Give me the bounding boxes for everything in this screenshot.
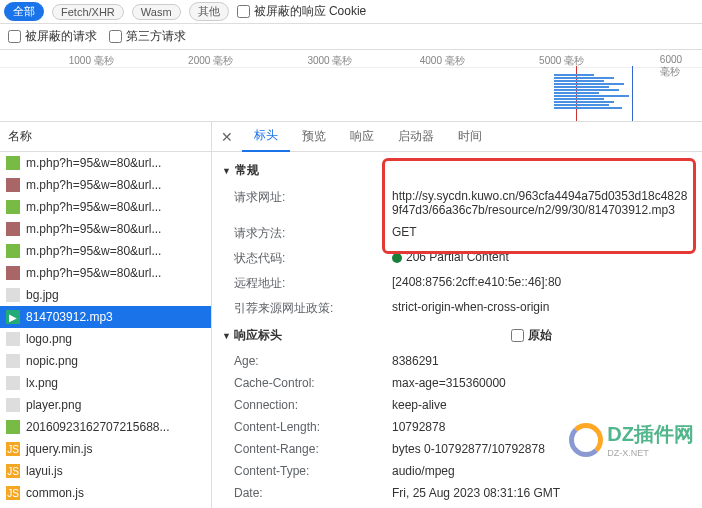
request-row[interactable]: m.php?h=95&w=80&url...: [0, 262, 211, 284]
kv-key: 状态代码:: [212, 250, 392, 267]
kv-key: Age:: [212, 354, 392, 368]
request-name: logo.png: [26, 332, 72, 346]
request-name: player.png: [26, 398, 81, 412]
request-list[interactable]: m.php?h=95&w=80&url...m.php?h=95&w=80&ur…: [0, 152, 211, 508]
request-name: m.php?h=95&w=80&url...: [26, 156, 161, 170]
filter-chip[interactable]: 全部: [4, 2, 44, 21]
kv-key: 引荐来源网址政策:: [212, 300, 392, 317]
request-name: m.php?h=95&w=80&url...: [26, 266, 161, 280]
third-party-checkbox[interactable]: 第三方请求: [109, 28, 186, 45]
img-icon: [6, 200, 20, 214]
timeline-tick: 2000 毫秒: [188, 54, 233, 68]
kv-row: Content-Length:10792878: [212, 416, 702, 438]
kv-key: Cache-Control:: [212, 376, 392, 390]
kv-row: Content-Type:audio/mpeg: [212, 460, 702, 482]
filter-checkboxes: 被屏蔽的请求 第三方请求: [0, 24, 702, 50]
kv-key: 请求方法:: [212, 225, 392, 242]
js-icon: JS: [6, 486, 20, 500]
request-name: nopic.png: [26, 354, 78, 368]
kv-value: Fri, 25 Aug 2023 08:31:16 GMT: [392, 486, 702, 500]
kv-row: 状态代码:206 Partial Content: [212, 246, 702, 271]
kv-value: audio/mpeg: [392, 464, 702, 478]
timeline-overview[interactable]: 1000 毫秒 2000 毫秒 3000 毫秒 4000 毫秒 5000 毫秒 …: [0, 50, 702, 122]
generic-icon: [6, 354, 20, 368]
request-row[interactable]: m.php?h=95&w=80&url...: [0, 218, 211, 240]
request-row[interactable]: bg.jpg: [0, 284, 211, 306]
tab-initiator[interactable]: 启动器: [386, 122, 446, 151]
filter-chip[interactable]: Wasm: [132, 4, 181, 20]
kv-value: [2408:8756:2cff:e410:5e::46]:80: [392, 275, 702, 292]
status-dot-icon: [392, 253, 402, 263]
response-headers-section[interactable]: ▼ 响应标头 原始: [212, 321, 702, 350]
tab-response[interactable]: 响应: [338, 122, 386, 151]
tab-preview[interactable]: 预览: [290, 122, 338, 151]
request-list-panel: 名称 m.php?h=95&w=80&url...m.php?h=95&w=80…: [0, 122, 212, 508]
request-name: m.php?h=95&w=80&url...: [26, 244, 161, 258]
timeline-tick: 1000 毫秒: [69, 54, 114, 68]
details-tabs: ✕ 标头 预览 响应 启动器 时间: [212, 122, 702, 152]
kv-key: Content-Range:: [212, 442, 392, 456]
request-row[interactable]: JSjquery.min.js: [0, 438, 211, 460]
request-name: jquery.min.js: [26, 442, 92, 456]
request-row[interactable]: player.png: [0, 394, 211, 416]
kv-value: strict-origin-when-cross-origin: [392, 300, 702, 317]
request-name: layui.js: [26, 464, 63, 478]
name-column-header[interactable]: 名称: [0, 122, 211, 152]
request-row[interactable]: ▶814703912.mp3: [0, 306, 211, 328]
kv-key: Content-Type:: [212, 464, 392, 478]
tab-timing[interactable]: 时间: [446, 122, 494, 151]
generic-icon: [6, 376, 20, 390]
request-row[interactable]: m.php?h=95&w=80&url...: [0, 174, 211, 196]
request-row[interactable]: nopic.png: [0, 350, 211, 372]
img-icon: [6, 420, 20, 434]
generic-icon: [6, 398, 20, 412]
kv-row: 远程地址:[2408:8756:2cff:e410:5e::46]:80: [212, 271, 702, 296]
generic-icon: [6, 288, 20, 302]
timeline-tick: 5000 毫秒: [539, 54, 584, 68]
kv-value: max-age=315360000: [392, 376, 702, 390]
chevron-down-icon: ▼: [222, 331, 231, 341]
filter-chip[interactable]: 其他: [189, 2, 229, 21]
request-row[interactable]: m.php?h=95&w=80&url...: [0, 196, 211, 218]
tab-headers[interactable]: 标头: [242, 122, 290, 152]
raw-checkbox[interactable]: 原始: [511, 327, 552, 344]
request-row[interactable]: JSinlayer.min.js: [0, 504, 211, 508]
blocked-cookie-checkbox[interactable]: 被屏蔽的响应 Cookie: [237, 3, 367, 20]
kv-value: keep-alive: [392, 398, 702, 412]
request-row[interactable]: JSlayui.js: [0, 460, 211, 482]
kv-value: GET: [392, 225, 702, 242]
request-name: m.php?h=95&w=80&url...: [26, 178, 161, 192]
kv-row: Cache-Control:max-age=315360000: [212, 372, 702, 394]
kv-row: 请求方法:GET: [212, 221, 702, 246]
close-icon[interactable]: ✕: [212, 129, 242, 145]
blocked-requests-checkbox[interactable]: 被屏蔽的请求: [8, 28, 97, 45]
request-row[interactable]: logo.png: [0, 328, 211, 350]
filter-bar: 全部 Fetch/XHR Wasm 其他 被屏蔽的响应 Cookie: [0, 0, 702, 24]
kv-key: Content-Length:: [212, 420, 392, 434]
kv-row: 引荐来源网址政策:strict-origin-when-cross-origin: [212, 296, 702, 321]
kv-value: bytes 0-10792877/10792878: [392, 442, 702, 456]
kv-row: 请求网址:http://sy.sycdn.kuwo.cn/963cfa4494a…: [212, 185, 702, 221]
request-row[interactable]: JScommon.js: [0, 482, 211, 504]
img2-icon: [6, 178, 20, 192]
request-row[interactable]: m.php?h=95&w=80&url...: [0, 152, 211, 174]
kv-key: 远程地址:: [212, 275, 392, 292]
img2-icon: [6, 222, 20, 236]
js-icon: JS: [6, 442, 20, 456]
request-row[interactable]: lx.png: [0, 372, 211, 394]
headers-body[interactable]: ▼ 常规 请求网址:http://sy.sycdn.kuwo.cn/963cfa…: [212, 152, 702, 508]
request-name: lx.png: [26, 376, 58, 390]
media-icon: ▶: [6, 310, 20, 324]
timeline-tick: 4000 毫秒: [420, 54, 465, 68]
general-section[interactable]: ▼ 常规: [212, 156, 702, 185]
img-icon: [6, 156, 20, 170]
request-row[interactable]: 20160923162707215688...: [0, 416, 211, 438]
request-name: m.php?h=95&w=80&url...: [26, 222, 161, 236]
request-row[interactable]: m.php?h=95&w=80&url...: [0, 240, 211, 262]
timeline-tick: 3000 毫秒: [307, 54, 352, 68]
request-name: common.js: [26, 486, 84, 500]
request-name: bg.jpg: [26, 288, 59, 302]
chevron-down-icon: ▼: [222, 166, 231, 176]
filter-chip[interactable]: Fetch/XHR: [52, 4, 124, 20]
js-icon: JS: [6, 464, 20, 478]
